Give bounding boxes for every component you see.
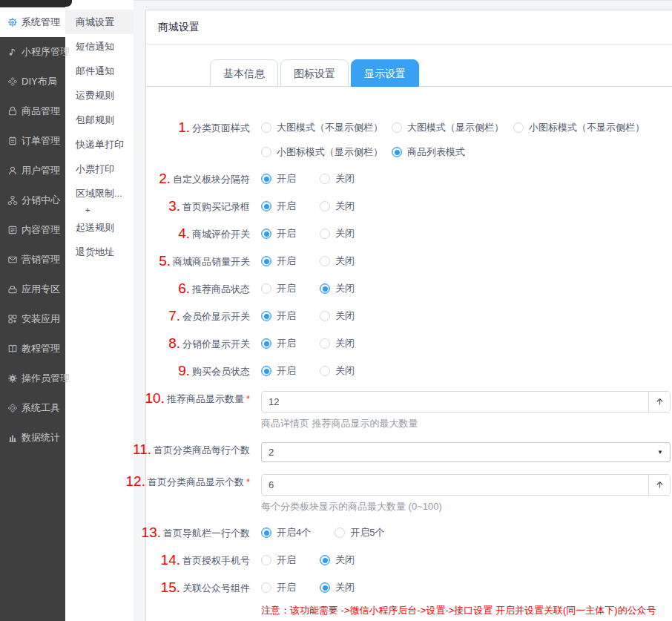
radio-option-home-purchase-record[interactable]: 开启 — [261, 199, 296, 214]
radio-option-label: 关闭 — [335, 226, 355, 241]
radio-selected-icon — [261, 366, 271, 376]
annotation-number: 5. — [159, 253, 171, 269]
field-label-text: 购买会员状态 — [192, 366, 250, 377]
radio-option-mall-sales-switch[interactable]: 开启 — [261, 254, 296, 269]
sidebar-item-apps-zone[interactable]: 应用专区 — [0, 275, 65, 304]
submenu-item-mall-settings[interactable]: 商城设置 — [65, 10, 134, 34]
radio-option-label: 开启5个 — [350, 525, 384, 540]
radio-option-buy-member-status[interactable]: 开启 — [261, 364, 296, 378]
field-control: 开启关闭 — [261, 199, 672, 214]
radio-option-distribution-price-switch[interactable]: 开启 — [261, 336, 296, 351]
radio-option-category-page-style[interactable]: 商品列表模式 — [392, 145, 513, 160]
field-label-text: 首页导航栏一行个数 — [163, 528, 250, 539]
radio-option-custom-block-divider[interactable]: 开启 — [261, 171, 296, 186]
sidebar-item-user[interactable]: 用户管理 — [0, 156, 65, 185]
radio-option-mall-review-switch[interactable]: 开启 — [261, 226, 296, 241]
radio-option-label: 关闭 — [335, 281, 355, 296]
sidebar-item-label: 营销管理 — [22, 253, 60, 266]
field-label: 11.首页分类商品每行个数 — [90, 442, 261, 458]
radio-unselected-icon — [320, 366, 330, 376]
radio-option-custom-block-divider[interactable]: 关闭 — [320, 171, 355, 186]
form-row-custom-block-divider: 2.自定义板块分隔符开启关闭 — [146, 171, 672, 187]
field-control: 大图模式（不显示侧栏）大图模式（显示侧栏）小图标模式（不显示侧栏）小图标模式（显… — [261, 120, 672, 160]
form-row-home-category-per-row: 11.首页分类商品每行个数2▼ — [146, 442, 672, 462]
sidebar-item-marketing-envelope[interactable]: 营销管理 — [0, 245, 65, 275]
radio-option-category-page-style[interactable]: 大图模式（显示侧栏） — [392, 120, 513, 135]
field-label: 5.商城商品销量开关 — [90, 254, 261, 269]
sidebar-item-stats-chart[interactable]: 数据统计 — [0, 423, 65, 453]
annotation-number: 11. — [133, 441, 151, 457]
radio-option-label: 开启 — [277, 553, 296, 568]
submenu-item-shipping-rules[interactable]: 运费规则 — [65, 83, 134, 108]
spinner-up-button[interactable] — [648, 475, 670, 495]
annotation-number: 9. — [178, 363, 190, 378]
content-doc-icon — [7, 225, 18, 235]
radio-option-recommend-goods-status[interactable]: 关闭 — [320, 281, 355, 296]
field-label-text: 首页购买记录框 — [182, 201, 250, 212]
field-label-text: 分类页面样式 — [192, 122, 250, 134]
radio-option-official-account-component[interactable]: 关闭 — [320, 580, 355, 595]
tab-display-settings[interactable]: 显示设置 — [351, 59, 419, 87]
tab-basic-info[interactable]: 基本信息 — [210, 59, 278, 87]
radio-option-recommend-goods-status[interactable]: 开启 — [261, 281, 296, 296]
radio-option-buy-member-status[interactable]: 关闭 — [320, 364, 355, 378]
select-home-category-per-row[interactable]: 2▼ — [261, 442, 671, 462]
sidebar-item-gear[interactable]: 系统管理 — [0, 7, 65, 37]
tab-icon-settings[interactable]: 图标设置 — [280, 59, 349, 87]
radio-option-member-price-switch[interactable]: 关闭 — [320, 309, 355, 323]
radio-selected-icon — [261, 201, 271, 211]
field-label: 4.商城评价开关 — [90, 226, 261, 242]
radio-option-home-navbar-per-row[interactable]: 开启5个 — [335, 525, 384, 540]
radio-selected-icon — [261, 311, 271, 321]
sidebar-item-operator-gear[interactable]: 操作员管理 — [0, 364, 65, 393]
sidebar-item-system-tools[interactable]: 系统工具 — [0, 393, 65, 423]
radio-selected-icon — [261, 528, 271, 538]
radio-option-home-purchase-record[interactable]: 关闭 — [320, 199, 355, 214]
radio-option-label: 关闭 — [335, 254, 355, 269]
submenu-item-email-notify[interactable]: 邮件通知 — [65, 59, 134, 83]
sidebar-item-distribution[interactable]: 分销中心 — [0, 185, 65, 215]
radio-option-mall-sales-switch[interactable]: 关闭 — [320, 254, 355, 269]
radio-option-home-navbar-per-row[interactable]: 开启4个 — [261, 525, 311, 540]
radio-unselected-icon — [261, 555, 271, 565]
input-home-category-count[interactable] — [262, 475, 648, 495]
radio-option-category-page-style[interactable]: 大图模式（不显示侧栏） — [261, 120, 392, 135]
order-clipboard-icon — [7, 136, 18, 146]
radio-unselected-icon — [261, 283, 271, 294]
field-control: 开启关闭 — [261, 336, 672, 351]
sidebar-item-label: 教程管理 — [22, 342, 60, 355]
field-label: 14.首页授权手机号 — [90, 553, 261, 568]
annotation-number: 4. — [178, 226, 190, 241]
sidebar-item-miniprogram[interactable]: 小程序管理 — [0, 37, 65, 67]
install-app-icon — [7, 314, 18, 324]
field-control: 开启关闭 — [261, 254, 672, 269]
radio-option-category-page-style[interactable]: 小图标模式（显示侧栏） — [261, 145, 392, 160]
radio-selected-icon — [261, 229, 271, 239]
radio-option-label: 开启 — [277, 281, 296, 296]
annotation-number: 7. — [168, 308, 180, 323]
radio-option-distribution-price-switch[interactable]: 关闭 — [320, 336, 355, 351]
sidebar-item-tutorial-book[interactable]: 教程管理 — [0, 334, 65, 364]
sidebar-item-order-clipboard[interactable]: 订单管理 — [0, 126, 65, 156]
radio-option-label: 开启 — [277, 171, 296, 186]
field-label-text: 分销价显示开关 — [182, 338, 250, 349]
radio-option-label: 开启 — [277, 580, 296, 595]
submenu-item-sms-notify[interactable]: 短信通知 — [65, 34, 134, 59]
sidebar-item-diy-layout[interactable]: DIY布局 — [0, 67, 65, 96]
radio-option-home-auth-phone[interactable]: 关闭 — [320, 553, 355, 568]
radio-option-home-auth-phone[interactable]: 开启 — [261, 553, 296, 568]
caret-down-icon: ▼ — [657, 449, 663, 456]
sidebar-item-content-doc[interactable]: 内容管理 — [0, 215, 65, 245]
field-label-text: 首页授权手机号 — [182, 555, 250, 566]
warning-note: 注意：该功能需要 ->微信小程序后台->设置->接口设置 开启并设置关联(同一主… — [261, 604, 671, 617]
radio-option-label: 开启 — [277, 364, 296, 378]
sidebar-item-goods-bag[interactable]: 商品管理 — [0, 96, 65, 126]
radio-option-official-account-component[interactable]: 开启 — [261, 580, 296, 595]
radio-option-member-price-switch[interactable]: 开启 — [261, 309, 296, 323]
radio-option-category-page-style[interactable]: 小图标模式（不显示侧栏） — [513, 120, 671, 135]
radio-option-mall-review-switch[interactable]: 关闭 — [320, 226, 355, 241]
spinner-up-button[interactable] — [648, 392, 670, 412]
field-label: 1.分类页面样式 — [90, 120, 261, 136]
input-recommend-goods-count[interactable] — [262, 392, 648, 412]
sidebar-item-install-app[interactable]: 安装应用 — [0, 304, 65, 334]
